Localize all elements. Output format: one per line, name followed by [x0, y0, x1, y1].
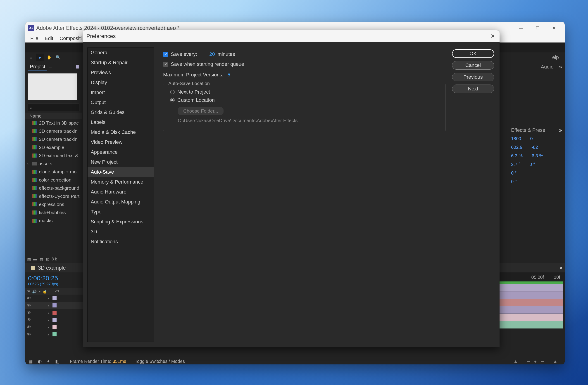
- hand-tool-icon[interactable]: ✋: [45, 54, 53, 61]
- project-item[interactable]: color correction: [25, 176, 82, 184]
- prefs-category-auto-save[interactable]: Auto-Save: [87, 167, 154, 177]
- visibility-toggle[interactable]: 👁: [27, 303, 31, 308]
- effects-presets-tab[interactable]: Effects & Prese: [511, 127, 545, 133]
- next-button[interactable]: Next: [452, 84, 494, 93]
- footer-icon-2[interactable]: ▬: [33, 257, 37, 262]
- visibility-toggle[interactable]: 👁: [27, 332, 31, 337]
- property-value[interactable]: 0 °: [529, 162, 535, 170]
- prefs-category-display[interactable]: Display: [87, 78, 154, 87]
- zoom-tool-icon[interactable]: 🔍: [54, 54, 62, 61]
- statusbar-icons[interactable]: ▦ ◐ ✦ ◧: [28, 359, 61, 364]
- project-item[interactable]: ›assets: [25, 160, 82, 168]
- save-every-value[interactable]: 20: [209, 51, 215, 57]
- property-value[interactable]: 1800: [511, 136, 521, 145]
- prefs-content: ✓ Save every: 20 minutes ✓ Save when sta…: [157, 42, 452, 347]
- max-versions-value[interactable]: 5: [228, 72, 230, 78]
- zoom-controls[interactable]: ▲ ━●━ ▲: [513, 359, 562, 364]
- prefs-category-notifications[interactable]: Notifications: [87, 237, 154, 247]
- menu-help-partial[interactable]: elp: [552, 55, 559, 60]
- lock-icon[interactable]: 🔒: [42, 289, 47, 294]
- prefs-category-appearance[interactable]: Appearance: [87, 147, 154, 157]
- project-item[interactable]: expressions: [25, 200, 82, 208]
- project-item[interactable]: fish+bubbles: [25, 208, 82, 217]
- save-every-checkbox[interactable]: ✓: [163, 52, 168, 57]
- prefs-category-audio-hardware[interactable]: Audio Hardware: [87, 187, 154, 197]
- visibility-toggle[interactable]: 👁: [27, 317, 31, 323]
- visibility-icon[interactable]: 👁: [27, 289, 30, 293]
- label-icon[interactable]: 🏷: [55, 289, 59, 293]
- project-item[interactable]: effects-background: [25, 184, 82, 192]
- prefs-category-previews[interactable]: Previews: [87, 68, 154, 78]
- prefs-category-audio-output-mapping[interactable]: Audio Output Mapping: [87, 197, 154, 207]
- property-value[interactable]: 6.3 %: [532, 153, 543, 162]
- visibility-toggle[interactable]: 👁: [27, 310, 31, 315]
- project-item[interactable]: clone stamp + mo: [25, 168, 82, 176]
- menu-composition[interactable]: Compositi: [56, 36, 85, 41]
- footer-icon-4[interactable]: ◐: [46, 257, 49, 262]
- project-item[interactable]: 3D extruded text &: [25, 151, 82, 160]
- property-value[interactable]: 2.7 °: [511, 162, 520, 170]
- overflow-icon[interactable]: »: [559, 64, 562, 70]
- project-tab[interactable]: Project: [28, 63, 47, 71]
- maximize-button[interactable]: ☐: [533, 24, 542, 32]
- property-value[interactable]: 6.3 %: [511, 153, 523, 162]
- solo-icon[interactable]: ●: [39, 289, 41, 293]
- project-search-input[interactable]: ⌕: [28, 103, 79, 111]
- prefs-category-type[interactable]: Type: [87, 207, 154, 217]
- audio-tab[interactable]: Audio: [541, 64, 553, 70]
- menu-edit[interactable]: Edit: [42, 36, 56, 41]
- minimize-button[interactable]: —: [517, 24, 525, 32]
- project-column-name[interactable]: Name: [25, 113, 82, 119]
- home-icon[interactable]: ⌂: [27, 54, 35, 61]
- prefs-category-startup-repair[interactable]: Startup & Repair: [87, 58, 154, 68]
- visibility-toggle[interactable]: 👁: [27, 296, 31, 301]
- property-value[interactable]: 0 °: [511, 179, 517, 188]
- overflow-icon[interactable]: »: [559, 127, 562, 133]
- prefs-category-media-disk-cache[interactable]: Media & Disk Cache: [87, 127, 154, 137]
- footer-icon-1[interactable]: ▦: [27, 257, 31, 262]
- project-item[interactable]: masks: [25, 217, 82, 225]
- footer-icon-3[interactable]: ▦: [40, 257, 43, 262]
- choose-folder-button[interactable]: Choose Folder...: [178, 107, 224, 115]
- previous-button[interactable]: Previous: [452, 73, 494, 81]
- project-item[interactable]: 3D example: [25, 143, 82, 151]
- composition-icon: [32, 154, 37, 158]
- selection-tool-icon[interactable]: ▸: [36, 54, 44, 61]
- property-value[interactable]: 602.9: [511, 145, 522, 153]
- prefs-category-3d[interactable]: 3D: [87, 227, 154, 237]
- prefs-category-grids-guides[interactable]: Grids & Guides: [87, 107, 154, 117]
- menu-file[interactable]: File: [27, 36, 42, 41]
- prefs-category-scripting-expressions[interactable]: Scripting & Expressions: [87, 217, 154, 227]
- project-item[interactable]: 2D Text in 3D spac: [25, 119, 82, 127]
- cancel-button[interactable]: Cancel: [452, 61, 494, 70]
- radio-next-to-project[interactable]: [170, 90, 175, 94]
- property-value[interactable]: -82: [531, 145, 538, 153]
- radio-custom-location[interactable]: [170, 98, 175, 102]
- prefs-category-import[interactable]: Import: [87, 87, 154, 98]
- save-when-render-checkbox[interactable]: ✓: [163, 62, 168, 67]
- statusbar: ▦ ◐ ✦ ◧ Frame Render Time: 351ms Toggle …: [25, 358, 565, 365]
- prefs-close-button[interactable]: ✕: [490, 33, 496, 39]
- audio-icon[interactable]: 🔊: [32, 289, 37, 294]
- toggle-switches-button[interactable]: Toggle Switches / Modes: [135, 359, 185, 364]
- ok-button[interactable]: OK: [452, 49, 494, 58]
- project-item[interactable]: 3D camera trackin: [25, 127, 82, 135]
- composition-icon: [32, 129, 37, 133]
- project-item[interactable]: 3D camera trackin: [25, 135, 82, 143]
- prefs-category-general[interactable]: General: [87, 48, 154, 58]
- prefs-category-output[interactable]: Output: [87, 98, 154, 107]
- prefs-category-new-project[interactable]: New Project: [87, 157, 154, 167]
- prefs-category-video-preview[interactable]: Video Preview: [87, 137, 154, 147]
- project-item[interactable]: effects-Cycore Part: [25, 192, 82, 200]
- footer-bpc[interactable]: 8 b: [52, 257, 57, 262]
- prefs-category-labels[interactable]: Labels: [87, 117, 154, 127]
- prefs-category-memory-performance[interactable]: Memory & Performance: [87, 177, 154, 187]
- comp-color-marker: [31, 266, 35, 270]
- property-value[interactable]: 0 °: [511, 170, 517, 179]
- panel-menu-icon[interactable]: ≡: [49, 64, 52, 70]
- close-button[interactable]: ✕: [550, 24, 558, 32]
- layer-color: [52, 325, 57, 329]
- visibility-toggle[interactable]: 👁: [27, 325, 31, 330]
- overflow-icon[interactable]: »: [560, 265, 563, 271]
- property-value[interactable]: 0: [530, 136, 533, 145]
